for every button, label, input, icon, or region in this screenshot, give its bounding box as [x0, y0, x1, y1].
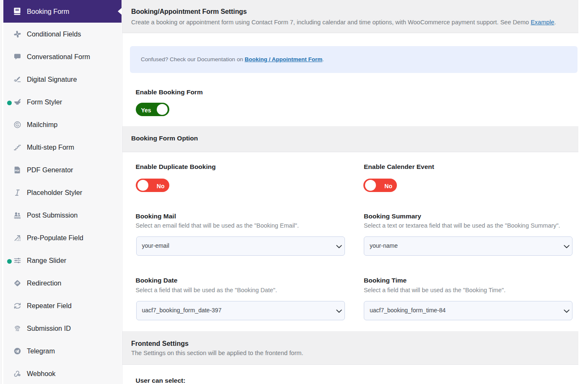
svg-text:PDF: PDF: [15, 169, 20, 171]
